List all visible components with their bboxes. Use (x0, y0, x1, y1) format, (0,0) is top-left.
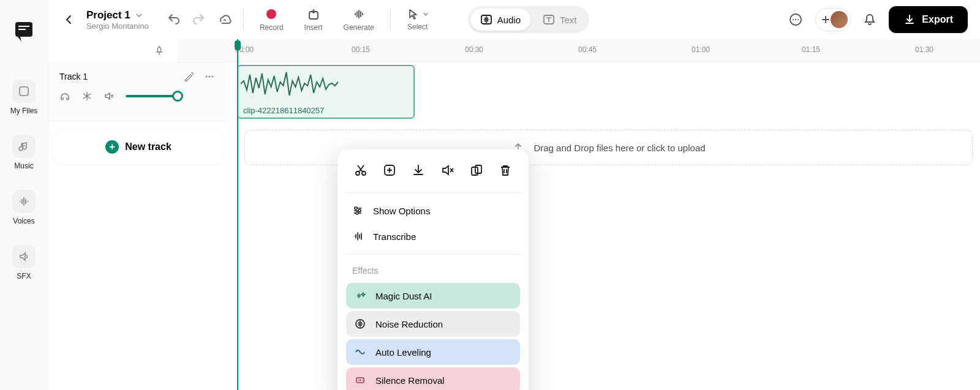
sliders-icon (352, 205, 363, 216)
transcribe-item[interactable]: Transcribe (344, 223, 522, 249)
undo-button[interactable] (166, 12, 181, 27)
noise-icon (355, 318, 366, 329)
timeline-ruler[interactable]: 00:00 00:15 00:30 00:45 01:00 01:15 01:3… (177, 39, 980, 62)
sparkle-wave-icon (355, 290, 366, 301)
ruler-mark: 01:00 (692, 45, 710, 54)
silence-removal-item[interactable]: Silence Removal (346, 367, 520, 390)
magic-dust-item[interactable]: Magic Dust AI (346, 283, 520, 309)
svg-point-9 (793, 19, 794, 20)
download-button[interactable] (410, 162, 427, 179)
record-button[interactable]: Record (255, 5, 288, 34)
nav-sfx[interactable]: SFX (12, 245, 36, 280)
mute-clip-button[interactable] (439, 162, 456, 179)
project-block[interactable]: Project 1 Sergio Montanino (86, 9, 149, 31)
tracks-area: Track 1 clip-422218611840257 (48, 62, 980, 390)
seg-label: Text (560, 15, 577, 25)
cursor-icon (407, 8, 419, 20)
plus-icon: + (105, 140, 119, 154)
svg-point-10 (795, 19, 796, 20)
show-options-item[interactable]: Show Options (344, 198, 522, 223)
add-collaborator-button[interactable] (815, 8, 851, 31)
nav-voices[interactable]: Voices (12, 190, 36, 225)
ruler-mark: 00:45 (578, 45, 597, 54)
headphones-icon[interactable] (59, 91, 70, 102)
cut-button[interactable] (352, 162, 369, 179)
nav-my-files[interactable]: My Files (10, 80, 38, 115)
silence-icon (355, 375, 366, 386)
ruler-mark: 00:15 (352, 45, 370, 54)
svg-rect-19 (475, 165, 481, 173)
svg-rect-1 (18, 26, 29, 27)
back-button[interactable] (61, 11, 78, 28)
svg-point-12 (206, 76, 208, 78)
svg-point-21 (358, 209, 361, 212)
text-mode-button[interactable]: Text (533, 9, 587, 31)
svg-point-22 (356, 212, 358, 214)
ruler-mark: 01:15 (802, 45, 820, 54)
noise-reduction-item[interactable]: Noise Reduction (346, 311, 520, 337)
divider (243, 9, 244, 31)
top-toolbar: Project 1 Sergio Montanino Record Insert (48, 0, 980, 39)
audio-mode-button[interactable]: Audio (470, 9, 530, 31)
download-icon (903, 13, 916, 26)
nav-label: SFX (17, 272, 31, 280)
tb-label: Select (407, 23, 428, 31)
auto-leveling-item[interactable]: Auto Leveling (346, 339, 520, 365)
context-menu: Show Options Transcribe Effects Magic Du… (337, 149, 529, 390)
magic-wand-icon[interactable] (183, 71, 194, 82)
music-note-icon (12, 135, 36, 158)
nav-music[interactable]: Music (12, 135, 36, 170)
nav-label: Voices (13, 217, 34, 225)
ctx-label: Transcribe (373, 231, 416, 242)
fx-label: Noise Reduction (375, 319, 443, 329)
more-options-icon[interactable] (204, 71, 215, 82)
redo-button[interactable] (192, 12, 206, 27)
select-button[interactable]: Select (402, 6, 434, 34)
duplicate-button[interactable] (468, 162, 485, 179)
delete-button[interactable] (497, 162, 514, 179)
snowflake-icon[interactable] (81, 91, 92, 102)
text-icon (543, 13, 555, 26)
insert-icon (307, 7, 320, 21)
waveform-icon (241, 69, 411, 99)
tb-label: Generate (344, 23, 374, 32)
generate-icon (352, 7, 366, 21)
chevron-down-icon (423, 11, 429, 17)
playhead[interactable] (237, 39, 238, 390)
audio-waveform-icon (480, 13, 492, 26)
fx-label: Auto Leveling (375, 347, 431, 358)
fx-label: Silence Removal (375, 375, 445, 386)
add-button[interactable] (381, 162, 398, 179)
export-button[interactable]: Export (889, 6, 968, 33)
track-header: Track 1 (48, 62, 226, 121)
project-title: Project 1 (86, 9, 130, 21)
left-sidebar: My Files Music Voices SFX (0, 0, 48, 390)
mute-icon[interactable] (104, 91, 115, 102)
svg-rect-2 (18, 29, 26, 30)
chat-button[interactable] (788, 12, 803, 27)
transcribe-icon (352, 231, 363, 242)
track-name: Track 1 (59, 72, 88, 81)
voice-wave-icon (12, 190, 36, 213)
svg-rect-18 (472, 167, 478, 175)
new-track-button[interactable]: + New track (53, 130, 224, 164)
nav-label: My Files (10, 107, 38, 115)
audio-clip[interactable]: clip-422218611840257 (237, 65, 415, 119)
folder-icon (12, 80, 36, 103)
notifications-button[interactable] (863, 13, 876, 26)
export-label: Export (922, 14, 953, 25)
svg-point-11 (797, 19, 799, 20)
leveling-icon (355, 347, 366, 358)
cloud-sync-icon[interactable] (217, 12, 232, 27)
svg-rect-3 (20, 87, 28, 96)
tb-label: Insert (304, 23, 323, 32)
divider (390, 9, 391, 31)
nav-label: Music (14, 162, 33, 170)
pin-icon[interactable] (154, 45, 165, 56)
record-icon (265, 7, 278, 21)
ruler-mark: 01:30 (915, 45, 933, 54)
volume-slider[interactable] (126, 95, 179, 97)
sfx-icon (12, 245, 36, 268)
generate-button[interactable]: Generate (339, 5, 379, 34)
insert-button[interactable]: Insert (300, 5, 328, 34)
